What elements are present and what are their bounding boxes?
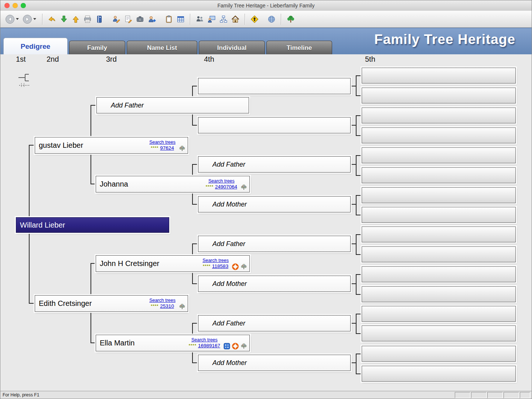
person-box-edith-cretsinger[interactable]: Edith Cretsinger Search trees **** 25310	[35, 295, 188, 312]
empty-ancestor-box[interactable]	[362, 127, 516, 143]
add-father-box[interactable]: Add Father	[198, 315, 351, 331]
empty-ancestor-box[interactable]	[362, 286, 516, 302]
connector-line	[356, 155, 362, 156]
add-mother-label: Add Mother	[198, 280, 247, 288]
generation-label-1: 1st	[16, 55, 26, 64]
connector-line	[356, 274, 357, 295]
connector-line	[192, 243, 198, 244]
empty-ancestor-box[interactable]	[362, 68, 516, 83]
match-id-link[interactable]: 25310	[160, 303, 174, 309]
person-name: Ella Martin	[96, 339, 134, 347]
lifering-icon[interactable]	[232, 263, 239, 270]
chart-nav-icon[interactable]	[17, 71, 38, 90]
connector-line	[356, 195, 362, 196]
connector-line	[356, 374, 362, 374]
connector-line	[91, 105, 97, 106]
add-father-label: Add Father	[97, 102, 144, 109]
connector-line	[356, 75, 357, 96]
connector-line	[351, 323, 356, 324]
empty-ancestor-box[interactable]	[362, 207, 516, 223]
empty-ancestor-box[interactable]	[362, 147, 516, 163]
person-name: Edith Cretsinger	[35, 299, 92, 308]
person-box-john-h-cretsinger[interactable]: John H Cretsinger Search trees **** 1185…	[96, 255, 250, 272]
statusbar-cell	[504, 392, 519, 398]
connector-line	[351, 283, 356, 284]
add-father-label: Add Father	[198, 320, 245, 327]
empty-ancestor-box[interactable]	[362, 306, 516, 322]
connector-line	[192, 362, 198, 363]
match-block: Search trees **** 97624	[149, 140, 178, 151]
add-father-box[interactable]: Add Father	[96, 97, 249, 113]
tree-search-icon[interactable]	[178, 145, 186, 152]
connector-line	[356, 354, 362, 354]
generation-label-4: 4th	[204, 55, 214, 64]
empty-ancestor-box[interactable]	[362, 325, 516, 341]
match-stars: ****	[206, 184, 214, 189]
tree-search-icon[interactable]	[178, 303, 186, 310]
lifering-icon[interactable]	[232, 342, 239, 350]
empty-ancestor-box[interactable]	[362, 88, 516, 103]
match-id-link[interactable]: 118583	[212, 263, 228, 269]
person-box-ella-martin[interactable]: Ella Martin Search trees **** 16989167	[96, 335, 250, 351]
person-box-willard-lieber[interactable]: Willard Lieber	[16, 217, 169, 233]
connector-line	[91, 342, 96, 343]
match-id-link[interactable]: 16989167	[198, 343, 220, 349]
generation-label-3: 3rd	[106, 55, 117, 64]
tree-search-icon[interactable]	[240, 342, 248, 350]
connector-line	[356, 274, 362, 275]
connector-line	[29, 145, 35, 146]
connector-line	[192, 204, 198, 205]
search-trees-link[interactable]: Search trees	[149, 298, 175, 303]
connector-line	[351, 86, 356, 86]
match-stars: ****	[203, 264, 211, 269]
add-father-box[interactable]: Add Father	[198, 156, 351, 173]
connector-line	[91, 263, 96, 264]
connector-line	[356, 234, 362, 235]
add-mother-box[interactable]: Add Mother	[198, 355, 351, 371]
search-trees-link[interactable]: Search trees	[149, 140, 175, 145]
connector-line	[351, 164, 356, 165]
match-block: Search trees **** 118583	[202, 258, 232, 269]
empty-ancestor-box[interactable]	[198, 117, 351, 133]
empty-ancestor-box[interactable]	[362, 366, 516, 382]
connector-line	[356, 294, 362, 295]
add-father-label: Add Father	[198, 161, 245, 168]
add-father-label: Add Father	[198, 240, 245, 248]
empty-ancestor-box[interactable]	[362, 346, 516, 362]
match-block: Search trees **** 25310	[149, 298, 178, 309]
match-stars: ****	[151, 146, 158, 150]
statusbar-cell	[471, 392, 487, 398]
connector-line	[356, 215, 362, 215]
blue-app-icon[interactable]	[223, 342, 231, 350]
add-mother-box[interactable]: Add Mother	[198, 196, 351, 212]
connector-line	[356, 155, 357, 176]
person-box-johanna[interactable]: Johanna Search trees **** 24907064	[96, 176, 250, 192]
empty-ancestor-box[interactable]	[362, 187, 516, 203]
statusbar-cell	[520, 392, 530, 398]
person-name: John H Cretsinger	[96, 259, 159, 268]
tree-search-icon[interactable]	[240, 263, 248, 270]
connector-line	[356, 314, 357, 334]
empty-ancestor-box[interactable]	[362, 108, 516, 123]
match-id-link[interactable]: 97624	[160, 145, 174, 151]
connector-line	[351, 243, 356, 244]
search-trees-link[interactable]: Search trees	[202, 258, 229, 263]
tree-search-icon[interactable]	[240, 184, 248, 191]
match-id-link[interactable]: 24907064	[215, 184, 237, 190]
search-trees-link[interactable]: Search trees	[189, 337, 220, 343]
statusbar-cell	[487, 392, 503, 398]
empty-ancestor-box[interactable]	[362, 266, 516, 282]
match-stars: ****	[151, 304, 158, 308]
add-father-box[interactable]: Add Father	[198, 236, 351, 252]
connector-line	[356, 234, 357, 255]
empty-ancestor-box[interactable]	[198, 78, 351, 94]
person-box-gustav-lieber[interactable]: gustav Lieber Search trees **** 97624	[35, 137, 188, 154]
empty-ancestor-box[interactable]	[362, 246, 516, 262]
search-trees-link[interactable]: Search trees	[206, 178, 237, 184]
add-mother-box[interactable]: Add Mother	[198, 276, 351, 292]
empty-ancestor-box[interactable]	[362, 226, 516, 242]
empty-ancestor-box[interactable]	[362, 167, 516, 183]
connector-line	[356, 254, 362, 255]
connector-line	[356, 314, 362, 314]
connector-line	[29, 303, 35, 304]
